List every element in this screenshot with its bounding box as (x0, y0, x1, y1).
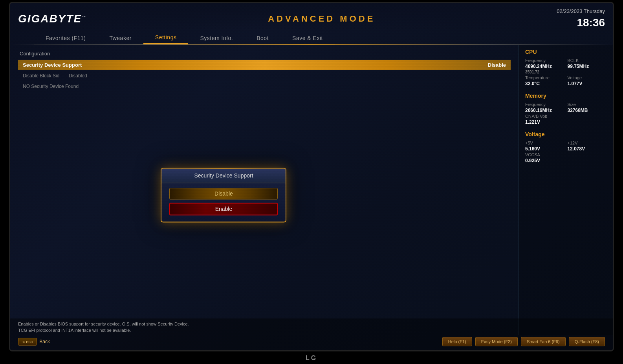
tab-sysinfo[interactable]: System Info. (188, 33, 245, 44)
cpu-volt-label: Voltage (568, 75, 607, 80)
tab-tweaker[interactable]: Tweaker (97, 33, 143, 44)
help-text: Enables or Disables BIOS support for sec… (18, 321, 605, 334)
menu-item-value: Disabled (69, 73, 87, 79)
mem-volt-label: Ch A/B Volt (525, 114, 564, 119)
mem-freq-label: Frequency (525, 102, 564, 107)
cpu-info-grid: Frequency BCLK 4690.24MHz 3591.72 99.75M… (525, 58, 607, 86)
mem-size-value: 32768MB (568, 108, 607, 113)
tab-settings[interactable]: Settings (143, 32, 189, 44)
menu-item-disable-block[interactable]: Disable Block Sid Disabled (18, 70, 511, 81)
memory-section: Memory Frequency Size 2660.16MHz 32768MB… (525, 93, 607, 125)
header: GIGABYTE™ ADVANCED MODE 02/23/2023 Thurs… (10, 3, 613, 30)
nav-tabs: Favorites (F11) Tweaker Settings System … (10, 32, 613, 44)
right-panel: CPU Frequency BCLK 4690.24MHz 3591.72 99… (519, 45, 613, 335)
mem-freq-value: 2660.16MHz (525, 108, 564, 113)
menu-item-value: Disable (488, 62, 506, 68)
cpu-temp-value: 32.0°C (525, 81, 564, 86)
back-button[interactable]: « esc Back (18, 338, 50, 346)
smart-fan-button[interactable]: Smart Fan 6 (F6) (521, 337, 566, 346)
popup-overlay: Security Device Support Disable Enable (161, 168, 286, 223)
tab-save-exit[interactable]: Save & Exit (280, 33, 335, 44)
date-display: 02/23/2023 Thursday (557, 8, 605, 15)
mem-size-label: Size (568, 102, 607, 107)
help-button[interactable]: Help (F1) (442, 337, 472, 346)
voltage-section-title: Voltage (525, 131, 607, 137)
menu-item-security-device-support[interactable]: Security Device Support Disable (18, 60, 511, 70)
back-label: Back (39, 339, 50, 344)
v12-label: +12V (568, 141, 607, 145)
monitor-bezel: GIGABYTE™ ADVANCED MODE 02/23/2023 Thurs… (9, 2, 614, 351)
v5-label: +5V (525, 141, 564, 145)
menu-item-no-security: NO Security Device Found (18, 81, 511, 91)
cpu-freq-label: Frequency (525, 58, 564, 63)
voltage-info-grid: +5V +12V 5.160V 12.078V VCCSA 0.925V (525, 141, 607, 163)
qflash-button[interactable]: Q-Flash (F8) (569, 337, 605, 346)
monitor-bottom: LG (306, 351, 317, 362)
cpu-temp-label: Temperature (525, 75, 564, 80)
mem-volt-label2 (568, 114, 607, 119)
tab-boot[interactable]: Boot (245, 33, 280, 44)
vccsa-label: VCCSA (525, 152, 564, 157)
tab-favorites[interactable]: Favorites (F11) (34, 33, 97, 44)
cpu-section: CPU Frequency BCLK 4690.24MHz 3591.72 99… (525, 49, 607, 86)
popup-option-enable[interactable]: Enable (169, 203, 278, 216)
left-panel: Configuration Security Device Support Di… (10, 45, 519, 335)
mem-volt-value: 1.221V (525, 119, 564, 125)
v5-value: 5.160V (525, 146, 564, 152)
popup-options: Disable Enable (161, 183, 286, 222)
cpu-freq-value: 4690.24MHz 3591.72 (525, 64, 564, 75)
time-display: 18:36 (557, 15, 605, 30)
popup-option-disable[interactable]: Disable (169, 188, 278, 200)
popup-dialog: Security Device Support Disable Enable (161, 168, 286, 223)
vccsa-value: 0.925V (525, 158, 564, 163)
main-content: Configuration Security Device Support Di… (10, 45, 613, 335)
datetime: 02/23/2023 Thursday 18:36 (557, 8, 605, 30)
footer: Enables or Disables BIOS support for sec… (10, 318, 613, 350)
cpu-bclk-value: 99.75MHz (568, 64, 607, 75)
memory-section-title: Memory (525, 93, 607, 99)
menu-item-label: Disable Block Sid (23, 73, 59, 79)
popup-header: Security Device Support (161, 169, 286, 183)
cpu-bclk-label: BCLK (568, 58, 607, 63)
memory-info-grid: Frequency Size 2660.16MHz 32768MB Ch A/B… (525, 102, 607, 125)
esc-key: « esc (18, 338, 37, 346)
menu-item-label: NO Security Device Found (23, 84, 79, 89)
lg-logo: LG (306, 355, 317, 362)
easy-mode-button[interactable]: Easy Mode (F2) (475, 337, 518, 346)
section-label: Configuration (18, 51, 511, 57)
voltage-section: Voltage +5V +12V 5.160V 12.078V VCCSA 0.… (525, 131, 607, 163)
vccsa-label2 (568, 152, 607, 157)
footer-buttons: Help (F1) Easy Mode (F2) Smart Fan 6 (F6… (18, 337, 605, 346)
cpu-volt-value: 1.077V (568, 81, 607, 86)
menu-item-label: Security Device Support (23, 62, 82, 68)
gigabyte-logo: GIGABYTE™ (18, 13, 86, 25)
popup-title: Security Device Support (194, 173, 253, 179)
cpu-section-title: CPU (525, 49, 607, 55)
mode-title: ADVANCED MODE (268, 14, 375, 24)
bios-screen: GIGABYTE™ ADVANCED MODE 02/23/2023 Thurs… (10, 3, 613, 350)
v12-value: 12.078V (568, 146, 607, 152)
